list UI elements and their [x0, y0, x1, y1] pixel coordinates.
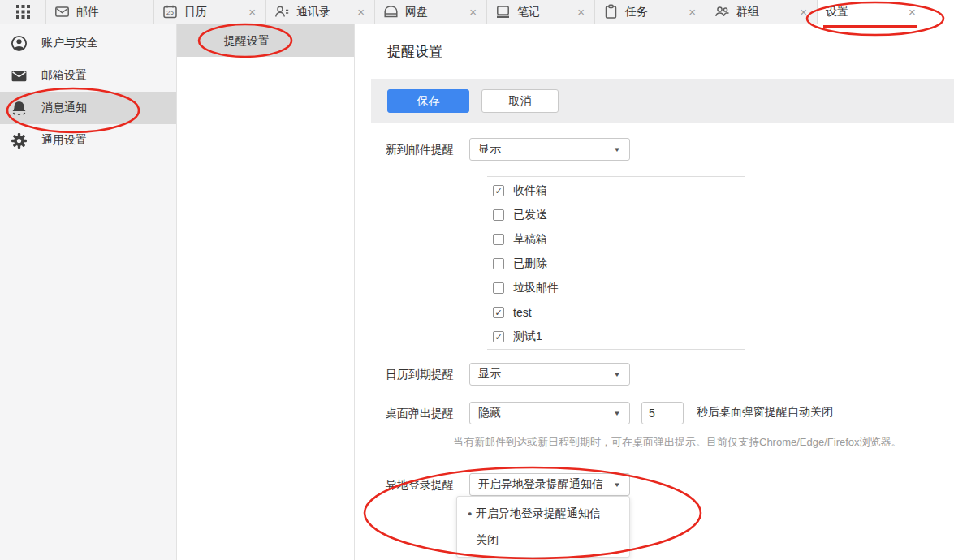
sidebar-item-general-settings[interactable]: 通用设置 [0, 124, 176, 157]
tab-close-icon[interactable]: × [798, 6, 809, 18]
folder-row-drafts: ✓ 草稿箱 [493, 227, 559, 252]
calendar-due-reminder-select[interactable]: 显示 ▼ [469, 363, 630, 386]
checkbox-drafts[interactable]: ✓ [493, 234, 504, 245]
settings-subnav: 提醒设置 [177, 24, 355, 560]
tab-bar: 邮件 25 日历 × 通讯录 × 网盘 × [0, 0, 954, 24]
notebook-icon [495, 4, 511, 19]
reminder-settings-panel: 提醒设置 保存 取消 新到邮件提醒 显示 ▼ ✓ 收件箱 ✓ 已发送 [355, 24, 954, 560]
sidebar-item-mailbox-settings[interactable]: 邮箱设置 [0, 59, 176, 92]
chevron-down-icon: ▼ [613, 146, 621, 153]
select-value: 显示 [478, 142, 501, 157]
tab-close-icon[interactable]: × [356, 6, 366, 18]
select-value: 开启异地登录提醒通知信 [478, 477, 603, 492]
remote-login-reminder-label: 异地登录提醒 [386, 476, 454, 493]
sidebar-item-label: 账户与安全 [41, 36, 98, 50]
sidebar-item-label: 消息通知 [41, 101, 87, 115]
checkbox-label: 测试1 [513, 330, 542, 344]
tab-label: 群组 [736, 5, 759, 19]
app-launcher-button[interactable] [0, 0, 46, 24]
checkbox-label: 草稿箱 [513, 232, 547, 247]
tab-close-icon[interactable]: × [247, 6, 257, 18]
divider-line [487, 176, 745, 177]
settings-sidebar: 账户与安全 邮箱设置 消息通知 [0, 24, 177, 560]
desktop-popup-reminder-select[interactable]: 隐藏 ▼ [469, 402, 630, 424]
sidebar-item-label: 通用设置 [41, 133, 87, 148]
selected-bullet-icon: ● [457, 510, 476, 518]
checkbox-test1[interactable]: ✓ [493, 331, 504, 342]
remote-login-reminder-select[interactable]: 开启异地登录提醒通知信 ▼ [469, 473, 630, 496]
page-title: 提醒设置 [387, 42, 442, 61]
chevron-down-icon: ▼ [613, 371, 621, 378]
save-button[interactable]: 保存 [387, 89, 469, 113]
svg-text:25: 25 [166, 9, 174, 16]
divider-line [487, 349, 745, 350]
calendar-due-reminder-label: 日历到期提醒 [386, 366, 454, 382]
popup-hint-text: 当有新邮件到达或新日程到期时，可在桌面弹出提示。目前仅支持Chrome/Edge… [453, 435, 902, 450]
tab-settings-active[interactable]: 设置 × [818, 0, 954, 24]
folder-row-deleted: ✓ 已删除 [493, 252, 559, 276]
app-window: 邮件 25 日历 × 通讯录 × 网盘 × [0, 0, 954, 560]
chevron-down-icon: ▼ [613, 481, 621, 489]
folder-row-inbox: ✓ 收件箱 [493, 179, 559, 203]
subnav-item-reminder-settings[interactable]: 提醒设置 [177, 24, 354, 57]
drive-icon [383, 4, 399, 19]
tab-calendar[interactable]: 25 日历 × [154, 0, 266, 24]
option-label: 关闭 [476, 533, 499, 548]
content-area: 账户与安全 邮箱设置 消息通知 [0, 24, 954, 560]
chevron-down-icon: ▼ [613, 410, 621, 417]
general-settings-gear-icon [11, 132, 28, 149]
toolbar-band: 保存 取消 [371, 79, 954, 123]
tab-label: 通讯录 [296, 5, 330, 19]
tab-close-icon[interactable]: × [468, 6, 478, 18]
tab-groups[interactable]: 群组 × [706, 0, 818, 24]
checkbox-deleted[interactable]: ✓ [493, 258, 504, 269]
checkbox-label: test [513, 306, 532, 319]
tab-label: 邮件 [76, 5, 99, 19]
new-mail-reminder-label: 新到邮件提醒 [386, 141, 454, 157]
tab-tasks[interactable]: 任务 × [595, 0, 706, 24]
tab-label: 日历 [184, 5, 207, 19]
popup-seconds-input[interactable] [641, 402, 684, 424]
tab-contacts[interactable]: 通讯录 × [266, 0, 375, 24]
mailbox-settings-icon [11, 67, 28, 84]
checkbox-test[interactable]: ✓ [493, 307, 504, 318]
checkbox-inbox[interactable]: ✓ [493, 185, 504, 196]
checkbox-label: 收件箱 [513, 183, 547, 198]
select-value: 显示 [478, 367, 501, 381]
option-label: 开启异地登录提醒通知信 [476, 506, 601, 521]
tab-label: 网盘 [405, 5, 428, 19]
folder-row-test: ✓ test [493, 300, 559, 325]
tab-label: 笔记 [517, 5, 540, 19]
mail-icon [54, 4, 70, 19]
folder-row-sent: ✓ 已发送 [493, 203, 559, 227]
select-value: 隐藏 [478, 406, 501, 420]
tab-close-icon[interactable]: × [907, 6, 917, 18]
tasks-clipboard-icon [603, 4, 619, 19]
checkbox-spam[interactable]: ✓ [493, 282, 504, 294]
remote-login-dropdown-menu: ● 开启异地登录提醒通知信 ● 关闭 [456, 496, 630, 558]
desktop-popup-reminder-label: 桌面弹出提醒 [386, 405, 454, 421]
tab-notes[interactable]: 笔记 × [487, 0, 595, 24]
tab-label: 设置 [826, 5, 848, 19]
tab-close-icon[interactable]: × [576, 6, 586, 18]
folder-row-test1: ✓ 测试1 [493, 325, 559, 349]
new-mail-reminder-select[interactable]: 显示 ▼ [469, 138, 630, 161]
contacts-icon [274, 4, 290, 19]
sidebar-item-account-security[interactable]: 账户与安全 [0, 27, 176, 59]
tab-label: 任务 [625, 5, 648, 19]
checkbox-sent[interactable]: ✓ [493, 209, 504, 221]
tab-mail[interactable]: 邮件 [46, 0, 154, 24]
tab-drive[interactable]: 网盘 × [375, 0, 487, 24]
group-icon [714, 4, 730, 19]
dropdown-option-enable[interactable]: ● 开启异地登录提醒通知信 [457, 500, 629, 527]
calendar-icon: 25 [162, 4, 178, 19]
dropdown-option-close[interactable]: ● 关闭 [457, 527, 629, 554]
sidebar-item-notifications[interactable]: 消息通知 [0, 92, 176, 124]
grid-apps-icon [15, 4, 31, 19]
sidebar-item-label: 邮箱设置 [41, 68, 87, 83]
folder-checkbox-group: ✓ 收件箱 ✓ 已发送 ✓ 草稿箱 ✓ 已删除 ✓ 垃圾邮件 [493, 179, 559, 349]
cancel-button[interactable]: 取消 [481, 89, 559, 113]
checkbox-label: 已删除 [513, 256, 547, 271]
tab-close-icon[interactable]: × [687, 6, 697, 18]
checkbox-label: 已发送 [513, 208, 547, 222]
